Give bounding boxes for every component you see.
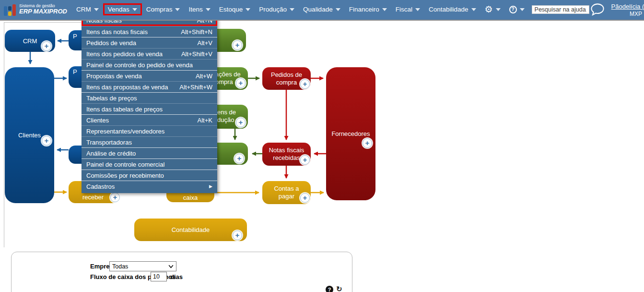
settings-menu[interactable]: ⚙ [480,3,505,16]
chevron-down-icon [246,8,250,11]
menu-item-label: Painel de controle comercial [86,161,164,168]
ordens-add-button[interactable]: + [236,118,246,127]
panel-help-icon[interactable]: ? [326,286,333,292]
menu-item-tabelas-precos[interactable]: Tabelas de preços [82,92,217,103]
chevron-down-icon [415,8,420,11]
menu-item-pedidos-venda[interactable]: Pedidos de vendaAlt+V [82,37,217,48]
user-org-switcher[interactable]: MXP [611,11,644,17]
menu-item-transportadoras[interactable]: Transportadoras [82,136,217,147]
menu-item-itens-propostas-venda[interactable]: Itens das propostas de vendaAlt+Shift+W [82,81,217,92]
menu-vendas[interactable]: Vendas [103,3,142,15]
dias-input[interactable] [151,272,167,281]
menu-item-label: Painel de controle do pedido de venda [86,61,193,69]
menu-item-analise-credito[interactable]: Análise de crédito [82,147,217,158]
refresh-icon[interactable]: ↻ [336,285,342,292]
menu-item-painel-pedido-venda[interactable]: Painel de controle do pedido de venda [82,59,217,70]
contas-pagar-add-button[interactable]: + [300,193,310,203]
chevron-down-icon [132,8,137,11]
pedidos-compra-label-line2: compra [276,79,297,86]
partial-label-line1: ens de [217,109,236,116]
flowchart-panel-border-top [4,22,81,23]
partial-label: caixa [166,194,214,202]
user-org-label: MXP [630,11,642,17]
menu-fiscal[interactable]: Fiscal [391,4,424,15]
flow-box-clientes[interactable]: Clientes + [5,67,54,203]
menu-item-representantes[interactable]: Representantes/vendedores [82,125,217,136]
menu-producao[interactable]: Produção [255,4,299,15]
flow-box-notas-fiscais-recebidas[interactable]: Notas fiscais recebidas + [262,143,311,166]
menu-item-cadastros[interactable]: Cadastros▶ [82,181,217,192]
empresa-select[interactable]: Todas [109,261,176,271]
empresa-select-value: Todas [112,263,128,270]
menu-item-shortcut: Alt+Shift+V [181,50,212,58]
menu-contabilidade[interactable]: Contabilidade [424,4,480,15]
menu-item-itens-notas-fiscais[interactable]: Itens das notas fiscaisAlt+Shift+N [82,26,217,37]
chevron-down-icon [336,8,340,11]
menu-compras[interactable]: Compras [142,4,185,15]
notas-recebidas-label-line1: Notas fiscais [269,146,304,154]
cotacoes-add-button[interactable]: + [236,78,246,88]
contabilidade-add-button[interactable]: + [233,231,242,240]
menu-item-label: Representantes/vendedores [86,128,164,135]
user-account-link[interactable]: Pãodelícia (... [611,3,644,10]
menu-item-itens-tabelas-precos[interactable]: Itens das tabelas de preços [82,103,217,114]
itens-add-button[interactable]: + [233,40,242,50]
submenu-arrow-icon: ▶ [209,184,212,189]
menu-item-label: Itens das notas fiscais [86,28,148,36]
menu-itens[interactable]: Itens [184,4,214,15]
notas-recebidas-add-button[interactable]: + [300,155,310,165]
fornecedores-add-button[interactable]: + [363,138,372,148]
partial-label: receber [82,194,104,201]
flow-box-crm-label: CRM [23,37,37,45]
menu-item-clientes[interactable]: ClientesAlt+K [82,114,217,125]
menu-qualidade[interactable]: Qualidade [299,4,345,15]
menu-financeiro[interactable]: Financeiro [345,4,391,15]
pedidos-compra-add-button[interactable]: + [300,79,310,89]
contas-receber-add-button[interactable]: + [110,193,120,202]
menu-item-propostas-venda[interactable]: Propostas de vendaAlt+W [82,70,217,81]
partial-label-line2: dução [217,116,234,123]
menu-estoque[interactable]: Estoque [215,4,255,15]
menu-item-label: Propostas de venda [86,73,142,80]
menu-item-shortcut: Alt+Shift+N [181,28,212,36]
menu-item-label: Itens das propostas de venda [86,84,168,91]
dias-suffix-label: dias [170,273,183,280]
flow-box-crm[interactable]: CRM + [5,30,55,52]
menu-item-label: Comissões por recebimento [86,172,164,179]
flow-box-contas-a-pagar[interactable]: Contas a pagar + [262,181,311,204]
flow-box-contabilidade[interactable]: Contabilidade + [134,219,247,241]
partial-label: P [73,68,77,76]
top-navigation-bar: Sistema de gestão ERP MAXIPROD CRM Venda… [0,0,644,21]
partial-label-line2: ompra [215,78,233,85]
crm-add-button[interactable]: + [42,41,51,51]
flow-box-fornecedores[interactable]: Fornecedores + [326,67,375,200]
contas-pagar-label-line1: Contas a [274,185,299,192]
app-logo[interactable]: Sistema de gestão ERP MAXIPROD [4,3,67,16]
logo-square-yellow [8,12,12,16]
menu-item-shortcut: Alt+K [198,117,212,124]
select-chevron-icon [168,265,174,268]
chat-bubble-icon[interactable] [589,2,606,16]
partial-label: P [73,33,77,40]
menu-item-painel-comercial[interactable]: Painel de controle comercial [82,158,217,170]
menu-item-itens-pedidos-venda[interactable]: Itens dos pedidos de vendaAlt+Shift+V [82,48,217,59]
logo-brand: ERP MAXIPROD [19,8,67,15]
chevron-down-icon [206,8,211,11]
menu-item-comissoes[interactable]: Comissões por recebimento [82,170,217,181]
estoque-add-button[interactable]: + [234,154,244,163]
flow-box-pedidos-compra[interactable]: Pedidos de compra + [262,67,311,90]
menu-estoque-label: Estoque [219,6,243,13]
topbar-right-cluster: Pãodelícia (... MXP [589,1,644,18]
menu-crm[interactable]: CRM [72,4,103,15]
menu-vendas-label: Vendas [108,6,129,13]
menu-qualidade-label: Qualidade [303,6,333,13]
notas-recebidas-label-line2: recebidas [273,154,300,161]
menu-item-label: Pedidos de venda [86,39,136,47]
chevron-down-icon [471,8,476,11]
help-menu[interactable]: ? [505,4,529,15]
menu-item-label: Cadastros [86,183,115,190]
clientes-add-button[interactable]: + [42,136,51,146]
chevron-down-icon [175,8,180,11]
help-search-input[interactable] [532,5,589,14]
logo-square-blue [4,6,7,16]
